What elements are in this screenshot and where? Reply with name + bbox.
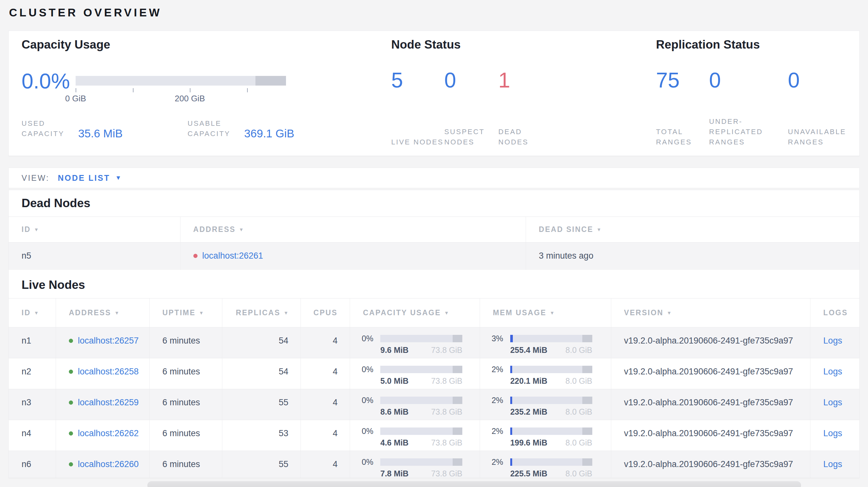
mem-usage-cell: 2%220.1 MiB8.0 GiB (480, 358, 611, 389)
node-id-cell: n1 (9, 327, 56, 358)
unavailable-ranges-count: 0 (788, 69, 865, 91)
usage-used-value: 8.6 MiB (380, 407, 409, 417)
view-dropdown[interactable]: NODE LIST ▼ (58, 173, 121, 183)
suspect-nodes-count: 0 (444, 69, 498, 91)
capacity-usage-cell: 0%5.0 MiB73.8 GiB (350, 358, 480, 389)
used-capacity-stat: USED CAPACITY 35.6 MiB (22, 118, 152, 139)
page-title: CLUSTER OVERVIEW (9, 5, 868, 20)
column-header-address[interactable]: ADDRESS▼ (181, 217, 526, 242)
under-replicated-ranges-label: UNDER-REPLICATED RANGES (709, 117, 762, 147)
logs-cell: Logs (810, 389, 859, 420)
usage-total-value: 73.8 GiB (431, 376, 462, 386)
usage-total-value: 8.0 GiB (566, 346, 592, 355)
column-header-mem-usage[interactable]: MEM USAGE▼ (480, 298, 611, 327)
usage-bar (380, 427, 462, 435)
uptime-cell: 6 minutes (150, 327, 222, 358)
column-header-version[interactable]: VERSION▼ (611, 298, 811, 327)
capacity-usage-cell: 0%7.8 MiB73.8 GiB (350, 451, 480, 478)
uptime-cell: 6 minutes (150, 389, 222, 420)
logs-link[interactable]: Logs (823, 336, 842, 346)
column-header-replicas[interactable]: REPLICAS▼ (222, 298, 301, 327)
node-address-link[interactable]: localhost:26261 (203, 251, 263, 261)
column-header-label: REPLICAS (236, 309, 280, 317)
node-address-link[interactable]: localhost:26262 (78, 428, 139, 438)
node-address-link[interactable]: localhost:26258 (78, 367, 139, 376)
dead-nodes-stat: 1 DEAD NODES (498, 69, 563, 147)
capacity-usage-section: Capacity Usage 0.0% 0 GiB200 GiB USED CA… (22, 31, 379, 156)
usage-bar-other-segment (582, 458, 592, 466)
node-live-icon (69, 369, 73, 374)
logs-cell: Logs (810, 327, 859, 358)
usage-percent: 0% (362, 365, 380, 374)
column-header-label: LOGS (823, 309, 848, 317)
column-header-id[interactable]: ID▼ (9, 298, 56, 327)
replicas-cell: 54 (222, 327, 301, 358)
node-address-link[interactable]: localhost:26259 (78, 397, 139, 407)
live-nodes-table-header: ID▼ADDRESS▼UPTIME▼REPLICAS▼CPUSCAPACITY … (9, 298, 859, 327)
logs-link[interactable]: Logs (823, 459, 842, 469)
address-cell: localhost:26260 (56, 451, 150, 478)
usage-used-value: 5.0 MiB (380, 376, 409, 386)
node-address-link[interactable]: localhost:26260 (78, 459, 139, 469)
usage-bar-fill (510, 397, 512, 404)
capacity-axis-tick-label: 0 GiB (65, 94, 86, 104)
usage-bar-other-segment (582, 366, 592, 373)
column-header-uptime[interactable]: UPTIME▼ (150, 298, 222, 327)
logs-link[interactable]: Logs (823, 397, 842, 407)
usage-used-value: 9.6 MiB (380, 346, 409, 355)
node-address-link[interactable]: localhost:26257 (78, 336, 139, 346)
node-status-section: Node Status 5 LIVE NODES 0 SUSPECT NODES… (391, 31, 636, 156)
capacity-axis-tick (75, 88, 76, 92)
sort-descending-icon: ▼ (115, 310, 119, 316)
column-header-dead-since[interactable]: DEAD SINCE▼ (526, 217, 859, 242)
usage-bar-fill (510, 427, 512, 435)
dead-nodes-label: DEAD NODES (498, 127, 551, 147)
usage-bar (380, 397, 462, 404)
node-live-icon (69, 431, 73, 435)
column-header-id[interactable]: ID▼ (9, 217, 181, 242)
dead-since-cell: 3 minutes ago (526, 242, 859, 270)
usage-bar-other-segment (582, 427, 592, 435)
logs-link[interactable]: Logs (823, 367, 842, 376)
mem-usage-cell: 2%225.5 MiB8.0 GiB (480, 451, 611, 478)
live-node-row: n2localhost:262586 minutes5440%5.0 MiB73… (9, 358, 859, 389)
live-nodes-count: 5 (391, 69, 444, 91)
node-list-card: Dead Nodes ID▼ADDRESS▼DEAD SINCE▼ n5loca… (8, 190, 860, 478)
capacity-axis-tick (190, 88, 190, 92)
cpus-cell: 4 (301, 451, 350, 478)
suspect-nodes-label: SUSPECT NODES (444, 127, 497, 147)
node-dead-icon (193, 254, 197, 258)
chevron-down-icon: ▼ (115, 174, 121, 182)
logs-link[interactable]: Logs (823, 428, 842, 438)
under-replicated-ranges-count: 0 (709, 69, 788, 91)
view-label: VIEW: (22, 173, 50, 183)
live-nodes-label: LIVE NODES (391, 137, 444, 147)
sort-descending-icon: ▼ (34, 227, 39, 232)
dead-nodes-heading: Dead Nodes (22, 197, 859, 210)
logs-cell: Logs (810, 358, 859, 389)
version-cell: v19.2.0-alpha.20190606-2491-gfe735c9a97 (611, 389, 811, 420)
usage-bar (510, 458, 592, 466)
address-cell: localhost:26257 (56, 327, 150, 358)
dead-nodes-table-header: ID▼ADDRESS▼DEAD SINCE▼ (9, 217, 859, 242)
sort-descending-icon: ▼ (666, 310, 672, 316)
usage-total-value: 8.0 GiB (566, 469, 592, 478)
column-header-label: CAPACITY USAGE (363, 309, 441, 317)
cluster-summary-card: Capacity Usage 0.0% 0 GiB200 GiB USED CA… (8, 31, 860, 156)
usage-used-value: 235.2 MiB (510, 407, 547, 417)
address-cell: localhost:26259 (56, 389, 150, 420)
view-dropdown-selected: NODE LIST (58, 173, 110, 183)
uptime-cell: 6 minutes (150, 451, 222, 478)
under-replicated-ranges-stat: 0 UNDER-REPLICATED RANGES (709, 69, 788, 147)
live-nodes-heading: Live Nodes (22, 278, 859, 292)
usage-bar (380, 335, 462, 342)
usage-bar (510, 335, 592, 342)
usage-total-value: 73.8 GiB (431, 469, 462, 478)
column-header-address[interactable]: ADDRESS▼ (56, 298, 150, 327)
used-capacity-label: USED CAPACITY (22, 118, 77, 139)
column-header-capacity-usage[interactable]: CAPACITY USAGE▼ (350, 298, 480, 327)
column-header-label: DEAD SINCE (539, 225, 593, 234)
node-id-cell: n2 (9, 358, 56, 389)
usage-total-value: 73.8 GiB (431, 407, 462, 417)
column-header-label: ADDRESS (69, 309, 111, 317)
